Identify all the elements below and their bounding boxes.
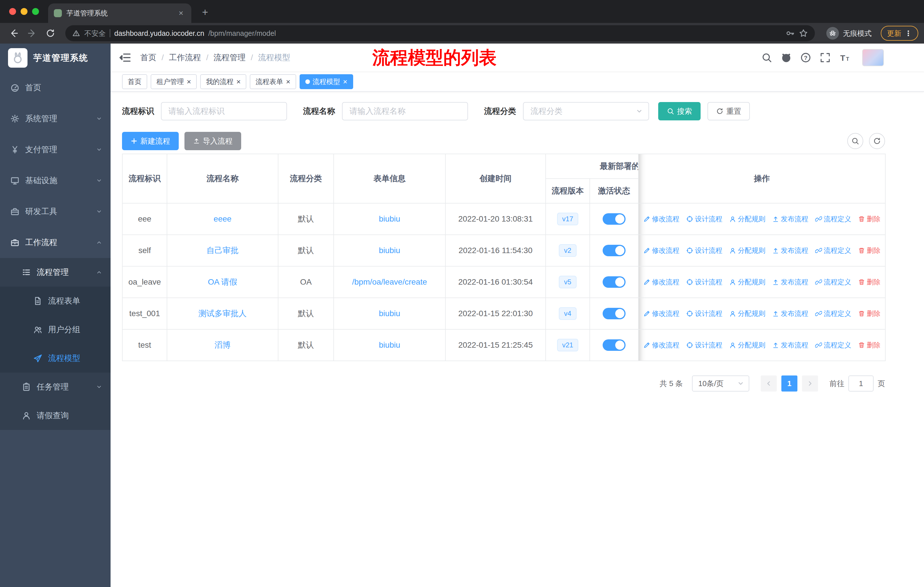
tag-tenant-management[interactable]: 租户管理 — [151, 74, 197, 89]
form-info-link[interactable]: biubiu — [379, 246, 401, 255]
password-key-icon[interactable] — [785, 29, 795, 38]
close-icon[interactable] — [236, 78, 241, 86]
process-name-link[interactable]: 自己审批 — [206, 246, 239, 255]
action-delete-link[interactable]: 删除 — [858, 246, 881, 255]
action-design-link[interactable]: 设计流程 — [686, 341, 723, 350]
sidebar-fold-icon[interactable] — [119, 51, 131, 64]
sidebar-item-devtools[interactable]: 研发工具 — [0, 196, 111, 227]
action-publish-link[interactable]: 发布流程 — [772, 246, 808, 255]
sidebar-item-home[interactable]: 首页 — [0, 72, 111, 103]
next-page-button[interactable] — [802, 375, 818, 392]
close-icon[interactable] — [343, 78, 347, 86]
omnibox[interactable]: 不安全 dashboard.yudao.iocoder.cn /bpm/mana… — [65, 25, 815, 41]
prev-page-button[interactable] — [761, 375, 777, 392]
action-publish-link[interactable]: 发布流程 — [772, 309, 808, 318]
search-button[interactable]: 搜索 — [658, 102, 701, 121]
minimize-window-button[interactable] — [21, 8, 28, 15]
action-assign-link[interactable]: 分配规则 — [729, 246, 765, 255]
process-name-link[interactable]: OA 请假 — [208, 278, 238, 286]
sidebar-item-process-management[interactable]: 流程管理 — [0, 258, 111, 287]
show-search-circle-button[interactable] — [847, 133, 863, 149]
process-name-link[interactable]: 测试多审批人 — [198, 309, 247, 318]
search-icon[interactable] — [761, 52, 772, 63]
breadcrumb-home[interactable]: 首页 — [140, 52, 157, 63]
action-delete-link[interactable]: 删除 — [858, 214, 881, 223]
action-definition-link[interactable]: 流程定义 — [815, 214, 851, 223]
process-name-link[interactable]: 滔博 — [214, 341, 231, 349]
user-avatar[interactable] — [862, 49, 884, 66]
form-info-link[interactable]: biubiu — [379, 214, 401, 223]
fullscreen-icon[interactable] — [820, 52, 831, 63]
form-info-link[interactable]: biubiu — [379, 341, 401, 349]
action-design-link[interactable]: 设计流程 — [686, 278, 723, 287]
sidebar-item-process-form[interactable]: 流程表单 — [0, 287, 111, 315]
action-definition-link[interactable]: 流程定义 — [815, 309, 851, 318]
font-size-icon[interactable]: TT — [839, 52, 850, 63]
action-assign-link[interactable]: 分配规则 — [729, 278, 765, 287]
active-toggle[interactable] — [602, 276, 625, 288]
sidebar-item-infrastructure[interactable]: 基础设施 — [0, 165, 111, 196]
sidebar-item-task-management[interactable]: 任务管理 — [0, 373, 111, 401]
zoom-window-button[interactable] — [32, 8, 39, 15]
action-delete-link[interactable]: 删除 — [858, 278, 881, 287]
form-info-link[interactable]: biubiu — [379, 309, 401, 318]
action-assign-link[interactable]: 分配规则 — [729, 309, 765, 318]
import-process-button[interactable]: 导入流程 — [185, 132, 241, 150]
action-edit-link[interactable]: 修改流程 — [643, 309, 680, 318]
close-icon[interactable] — [286, 78, 290, 86]
active-toggle[interactable] — [602, 245, 625, 256]
tag-process-form[interactable]: 流程表单 — [250, 74, 296, 89]
active-toggle[interactable] — [602, 339, 625, 351]
close-window-button[interactable] — [9, 8, 16, 15]
action-publish-link[interactable]: 发布流程 — [772, 278, 808, 287]
menu-dots-icon[interactable] — [905, 29, 912, 38]
page-size-select[interactable]: 10条/页 — [692, 375, 749, 392]
tag-my-process[interactable]: 我的流程 — [200, 74, 246, 89]
action-edit-link[interactable]: 修改流程 — [643, 246, 680, 255]
back-icon[interactable] — [6, 25, 22, 41]
new-tab-button[interactable] — [198, 6, 212, 18]
process-name-input[interactable] — [342, 102, 468, 121]
process-category-select[interactable]: 流程分类 — [523, 102, 649, 121]
tab-close-icon[interactable] — [177, 8, 186, 18]
action-delete-link[interactable]: 删除 — [858, 309, 881, 318]
sidebar-item-leave-query[interactable]: 请假查询 — [0, 401, 111, 430]
reset-button[interactable]: 重置 — [708, 102, 750, 121]
action-design-link[interactable]: 设计流程 — [686, 214, 723, 223]
close-icon[interactable] — [187, 78, 191, 86]
browser-update-button[interactable]: 更新 — [881, 26, 918, 41]
action-publish-link[interactable]: 发布流程 — [772, 214, 808, 223]
help-icon[interactable]: ? — [800, 52, 811, 63]
action-design-link[interactable]: 设计流程 — [686, 246, 723, 255]
goto-page-input[interactable] — [848, 375, 874, 392]
action-assign-link[interactable]: 分配规则 — [729, 341, 765, 350]
action-edit-link[interactable]: 修改流程 — [643, 278, 680, 287]
reload-icon[interactable] — [42, 25, 58, 41]
tag-process-model[interactable]: 流程模型 — [300, 74, 353, 89]
process-name-link[interactable]: eeee — [214, 214, 231, 223]
forward-icon[interactable] — [24, 25, 40, 41]
action-publish-link[interactable]: 发布流程 — [772, 341, 808, 350]
action-definition-link[interactable]: 流程定义 — [815, 278, 851, 287]
page-number-button[interactable]: 1 — [781, 375, 797, 392]
create-process-button[interactable]: 新建流程 — [122, 132, 179, 150]
browser-tab[interactable]: 芋道管理系统 — [48, 3, 191, 23]
form-info-link[interactable]: /bpm/oa/leave/create — [352, 278, 427, 286]
action-edit-link[interactable]: 修改流程 — [643, 341, 680, 350]
breadcrumb-process-management[interactable]: 流程管理 — [214, 52, 246, 63]
sidebar-item-payment[interactable]: 支付管理 — [0, 134, 111, 165]
action-delete-link[interactable]: 删除 — [858, 341, 881, 350]
active-toggle[interactable] — [602, 308, 625, 319]
action-edit-link[interactable]: 修改流程 — [643, 214, 680, 223]
sidebar-item-process-model[interactable]: 流程模型 — [0, 344, 111, 373]
tag-home[interactable]: 首页 — [122, 74, 147, 89]
sidebar-item-workflow[interactable]: 工作流程 — [0, 227, 111, 258]
sidebar-item-user-group[interactable]: 用户分组 — [0, 315, 111, 344]
action-design-link[interactable]: 设计流程 — [686, 309, 723, 318]
action-definition-link[interactable]: 流程定义 — [815, 246, 851, 255]
action-assign-link[interactable]: 分配规则 — [729, 214, 765, 223]
github-icon[interactable] — [781, 52, 792, 63]
process-key-input[interactable] — [161, 102, 287, 121]
refresh-circle-button[interactable] — [869, 133, 885, 149]
action-definition-link[interactable]: 流程定义 — [815, 341, 851, 350]
